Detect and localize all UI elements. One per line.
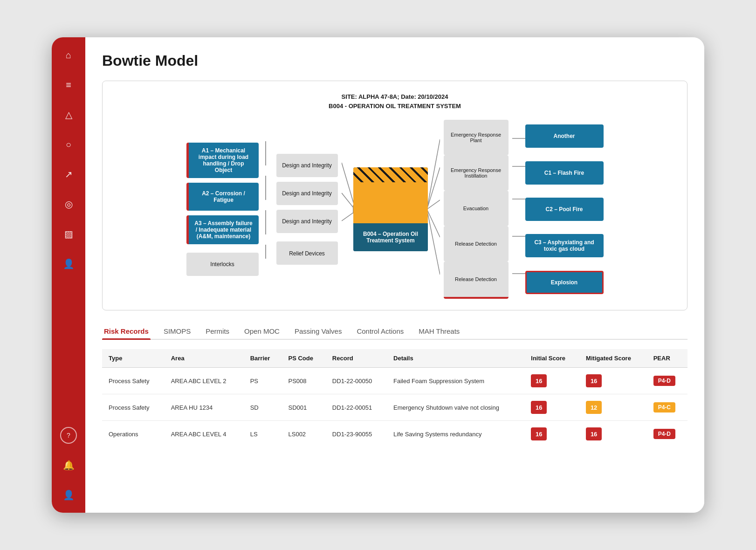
consequence-explosion: Explosion xyxy=(525,271,604,294)
cell-ps-code: SD001 xyxy=(282,394,326,421)
consequence-c3: C3 – Asphyxiating and toxic gas cloud xyxy=(525,234,604,257)
col-initial-score: Initial Score xyxy=(524,349,579,368)
person-icon[interactable]: 👤 xyxy=(60,255,77,272)
cell-details: Life Saving Systems redundancy xyxy=(387,421,524,447)
left-barriers-column: Design and Integrity Design and Integrit… xyxy=(273,120,342,299)
cell-initial-score: 16 xyxy=(524,394,579,421)
cell-mitigated-score: 12 xyxy=(579,394,647,421)
cell-record: DD1-23-90055 xyxy=(326,421,387,447)
main-content: Bowtie Model SITE: ALPHA 47-8A; Date: 20… xyxy=(85,37,704,513)
analytics-icon[interactable]: ↗ xyxy=(60,166,77,183)
tab-risk-records[interactable]: Risk Records xyxy=(102,323,151,339)
consequences-column: Another C1 – Flash Fire C2 – Pool Fire C… xyxy=(525,120,604,299)
tab-permits[interactable]: Permits xyxy=(204,323,231,339)
cell-record: DD1-22-00051 xyxy=(326,394,387,421)
cell-type: Process Safety xyxy=(102,394,165,421)
right-barrier-4: Release Detection xyxy=(444,226,509,261)
cell-mitigated-score: 16 xyxy=(579,368,647,394)
cell-barrier: SD xyxy=(244,394,282,421)
tab-mah-threats[interactable]: MAH Threats xyxy=(417,323,461,339)
check-circle-icon[interactable]: ○ xyxy=(60,136,77,153)
menu-icon[interactable]: ≡ xyxy=(60,76,77,93)
svg-line-8 xyxy=(427,209,440,275)
right-barriers-column: Emergency Response Plant Emergency Respo… xyxy=(440,120,512,299)
threats-column: A1 – Mechanical impact during load handl… xyxy=(186,120,259,299)
col-record: Record xyxy=(326,349,387,368)
relief-devices-box: Relief Devices xyxy=(276,241,338,265)
threat-a1: A1 – Mechanical impact during load handl… xyxy=(186,143,259,178)
left-arrows xyxy=(342,120,355,299)
tab-control-actions[interactable]: Control Actions xyxy=(355,323,405,339)
col-pear: PEAR xyxy=(647,349,687,368)
cell-record: DD1-22-00050 xyxy=(326,368,387,394)
consequence-another: Another xyxy=(525,124,604,148)
sidebar: ⌂ ≡ △ ○ ↗ ◎ ▨ 👤 ? 🔔 👤 xyxy=(52,37,85,513)
hazard-yellow xyxy=(353,182,428,223)
col-type: Type xyxy=(102,349,165,368)
cell-type: Process Safety xyxy=(102,368,165,394)
cell-area: AREA ABC LEVEL 2 xyxy=(165,368,244,394)
diagram-title: SITE: ALPHA 47-8A; Date: 20/10/2024 B004… xyxy=(114,92,676,110)
center-hazard-column: B004 – Operation Oil Treatment System xyxy=(355,120,427,299)
left-barrier-1: Design and Integrity xyxy=(276,154,338,177)
threat-a2: A2 – Corrosion / Fatigue xyxy=(186,183,259,211)
target-icon[interactable]: ◎ xyxy=(60,196,77,213)
image-icon[interactable]: ▨ xyxy=(60,226,77,242)
tab-passing-valves[interactable]: Passing Valves xyxy=(293,323,344,339)
svg-line-7 xyxy=(427,209,440,237)
hazard-label-area: B004 – Operation Oil Treatment System xyxy=(353,223,428,251)
left-connector xyxy=(259,120,273,299)
warning-icon[interactable]: △ xyxy=(60,106,77,123)
cell-details: Failed Foam Suppression System xyxy=(387,368,524,394)
tab-simops[interactable]: SIMOPS xyxy=(162,323,192,339)
right-barrier-5: Release Detection xyxy=(444,261,509,299)
interlocks-box: Interlocks xyxy=(186,253,259,276)
right-barrier-2: Emergency Response Instillation xyxy=(444,155,509,191)
threat-a3: A3 – Assembly failure / Inadequate mater… xyxy=(186,215,259,244)
tab-open-moc[interactable]: Open MOC xyxy=(242,323,282,339)
col-barrier: Barrier xyxy=(244,349,282,368)
svg-line-6 xyxy=(427,200,440,209)
page-title: Bowtie Model xyxy=(102,52,687,69)
cell-pear: P4-D xyxy=(647,421,687,447)
cell-area: AREA HU 1234 xyxy=(165,394,244,421)
cell-details: Emergency Shutdown valve not closing xyxy=(387,394,524,421)
cell-pear: P4-D xyxy=(647,368,687,394)
cell-ps-code: PS008 xyxy=(282,368,326,394)
cell-initial-score: 16 xyxy=(524,368,579,394)
bell-icon[interactable]: 🔔 xyxy=(60,457,77,474)
right-barrier-1: Emergency Response Plant xyxy=(444,120,509,155)
hazard-stripe xyxy=(353,167,428,182)
left-barrier-3: Design and Integrity xyxy=(276,210,338,233)
svg-line-2 xyxy=(342,212,355,221)
hazard-box: B004 – Operation Oil Treatment System xyxy=(353,167,428,251)
left-barrier-2: Design and Integrity xyxy=(276,182,338,205)
right-arrows xyxy=(427,120,440,299)
help-icon[interactable]: ? xyxy=(60,427,77,444)
risk-records-table: Type Area Barrier PS Code Record Details… xyxy=(102,349,687,447)
tabs-row: Risk Records SIMOPS Permits Open MOC Pas… xyxy=(102,323,687,340)
cell-ps-code: LS002 xyxy=(282,421,326,447)
account-circle-icon[interactable]: 👤 xyxy=(60,487,77,503)
cell-barrier: PS xyxy=(244,368,282,394)
cell-area: AREA ABC LEVEL 4 xyxy=(165,421,244,447)
table-row: Operations AREA ABC LEVEL 4 LS LS002 DD1… xyxy=(102,421,687,447)
cell-barrier: LS xyxy=(244,421,282,447)
table-row: Process Safety AREA ABC LEVEL 2 PS PS008… xyxy=(102,368,687,394)
consequence-c2: C2 – Pool Fire xyxy=(525,198,604,221)
consequence-c1: C1 – Flash Fire xyxy=(525,161,604,185)
right-connector xyxy=(512,120,525,299)
bowtie-diagram-container: SITE: ALPHA 47-8A; Date: 20/10/2024 B004… xyxy=(102,81,687,310)
col-ps-code: PS Code xyxy=(282,349,326,368)
bowtie-diagram: A1 – Mechanical impact during load handl… xyxy=(114,120,676,299)
col-mitigated-score: Mitigated Score xyxy=(579,349,647,368)
right-barrier-3: Evacuation xyxy=(444,191,509,226)
col-area: Area xyxy=(165,349,244,368)
device-frame: ⌂ ≡ △ ○ ↗ ◎ ▨ 👤 ? 🔔 👤 Bowtie Model SITE:… xyxy=(52,37,704,513)
cell-type: Operations xyxy=(102,421,165,447)
svg-line-0 xyxy=(342,163,355,207)
cell-pear: P4-C xyxy=(647,394,687,421)
table-row: Process Safety AREA HU 1234 SD SD001 DD1… xyxy=(102,394,687,421)
col-details: Details xyxy=(387,349,524,368)
home-icon[interactable]: ⌂ xyxy=(60,47,77,63)
